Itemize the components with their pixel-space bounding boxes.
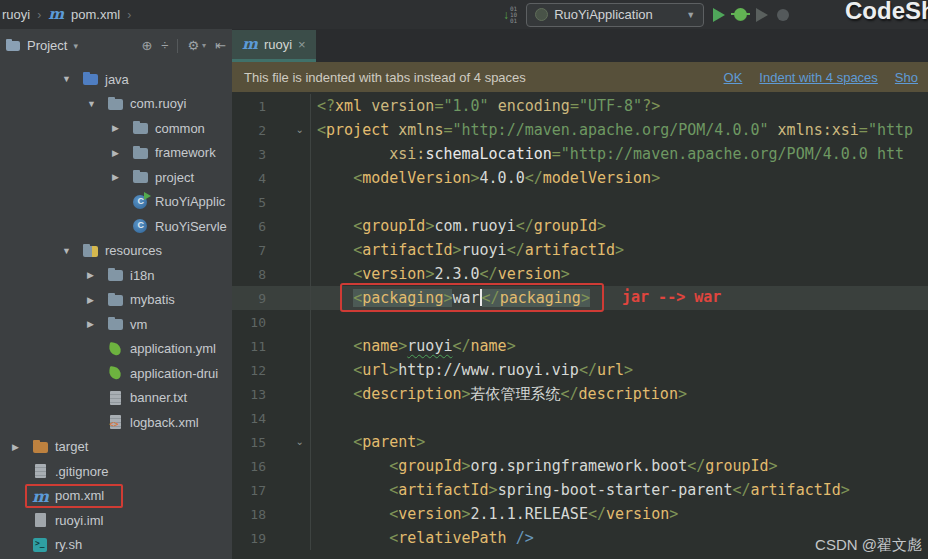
tree-item-pom-xml[interactable]: mpom.xml [0, 484, 232, 509]
line-number[interactable]: 4 [232, 171, 266, 186]
line-number[interactable]: 6 [232, 219, 266, 234]
code-text[interactable]: <relativePath /> [311, 529, 534, 547]
line-number[interactable]: 19 [232, 531, 266, 546]
tree-item-ruoyiapplic[interactable]: RuoYiApplic [0, 190, 232, 215]
expand-arrow-icon[interactable]: ▶ [12, 442, 32, 452]
settings-gear-icon[interactable]: ⚙ [187, 38, 199, 53]
expand-arrow-icon[interactable]: ▼ [62, 74, 82, 84]
code-line-1[interactable]: 1<?xml version="1.0" encoding="UTF-8"?> [232, 94, 928, 118]
code-line-16[interactable]: 16 <groupId>org.springframework.boot</gr… [232, 454, 928, 478]
code-line-9[interactable]: 9 <packaging>war</packaging> [232, 286, 928, 310]
code-line-8[interactable]: 8 <version>2.3.0</version> [232, 262, 928, 286]
tree-item-ruoyiservle[interactable]: RuoYiServle [0, 214, 232, 239]
code-line-18[interactable]: 18 <version>2.1.1.RELEASE</version> [232, 502, 928, 526]
profiler-button[interactable] [777, 9, 789, 21]
fold-icon[interactable]: ⌄ [266, 118, 311, 142]
close-icon[interactable]: × [298, 37, 306, 52]
fold-icon[interactable]: ⌄ [266, 430, 311, 454]
line-number[interactable]: 2 [232, 123, 266, 138]
breadcrumb-project[interactable]: ruoyi [2, 7, 30, 22]
line-number[interactable]: 5 [232, 195, 266, 210]
expand-arrow-icon[interactable]: ▼ [62, 246, 82, 256]
hide-panel-icon[interactable]: ⇤ [215, 38, 226, 53]
code-line-3[interactable]: 3 xsi:schemaLocation="http://maven.apach… [232, 142, 928, 166]
code-line-12[interactable]: 12 <url>http://www.ruoyi.vip</url> [232, 358, 928, 382]
breadcrumb-pom[interactable]: pom.xml [71, 7, 120, 22]
code-text[interactable]: <groupId>org.springframework.boot</group… [311, 457, 778, 475]
code-text[interactable]: <modelVersion>4.0.0</modelVersion> [311, 169, 660, 187]
line-number[interactable]: 10 [232, 315, 266, 330]
run-configuration-select[interactable]: RuoYiApplication ▼ [526, 3, 704, 27]
code-text[interactable]: <packaging>war</packaging> [311, 289, 590, 307]
tree-item-com-ruoyi[interactable]: ▼com.ruoyi [0, 92, 232, 117]
line-number[interactable]: 3 [232, 147, 266, 162]
tree-item-framework[interactable]: ▶framework [0, 141, 232, 166]
code-text[interactable]: <parent> [311, 433, 425, 451]
line-number[interactable]: 1 [232, 99, 266, 114]
tree-item-target[interactable]: ▶target [0, 435, 232, 460]
show-options-link[interactable]: Sho [895, 70, 918, 85]
line-number[interactable]: 11 [232, 339, 266, 354]
code-line-17[interactable]: 17 <artifactId>spring-boot-starter-paren… [232, 478, 928, 502]
tab-ruoyi[interactable]: m ruoyi × [232, 30, 316, 62]
run-button[interactable] [713, 8, 725, 22]
code-text[interactable]: <version>2.3.0</version> [311, 265, 570, 283]
tree-item-mybatis[interactable]: ▶mybatis [0, 288, 232, 313]
line-number[interactable]: 13 [232, 387, 266, 402]
line-number[interactable]: 7 [232, 243, 266, 258]
line-number[interactable]: 8 [232, 267, 266, 282]
code-text[interactable]: <artifactId>ruoyi</artifactId> [311, 241, 624, 259]
code-line-15[interactable]: 15⌄ <parent> [232, 430, 928, 454]
expand-arrow-icon[interactable]: ▶ [112, 172, 132, 182]
expand-arrow-icon[interactable]: ▼ [87, 99, 107, 109]
tree-item-banner-txt[interactable]: banner.txt [0, 386, 232, 411]
tree-item-i18n[interactable]: ▶i18n [0, 263, 232, 288]
locate-icon[interactable]: ⊕ [141, 38, 152, 53]
expand-arrow-icon[interactable]: ▶ [87, 295, 107, 305]
code-line-11[interactable]: 11 <name>ruoyi</name> [232, 334, 928, 358]
tree-item-logback-xml[interactable]: <>logback.xml [0, 410, 232, 435]
line-number[interactable]: 17 [232, 483, 266, 498]
tree-item-java[interactable]: ▼java [0, 67, 232, 92]
expand-arrow-icon[interactable]: ▶ [112, 148, 132, 158]
expand-arrow-icon[interactable]: ▶ [87, 319, 107, 329]
line-number[interactable]: 18 [232, 507, 266, 522]
line-number[interactable]: 9 [232, 291, 266, 306]
code-text[interactable]: <artifactId>spring-boot-starter-parent</… [311, 481, 850, 499]
tree-item--gitignore[interactable]: .gitignore [0, 459, 232, 484]
ok-link[interactable]: OK [724, 70, 743, 85]
code-text[interactable]: <name>ruoyi</name> [311, 337, 516, 355]
line-number[interactable]: 15 [232, 435, 266, 450]
run-coverage-button[interactable] [756, 8, 768, 22]
tree-item-common[interactable]: ▶common [0, 116, 232, 141]
project-panel-title[interactable]: Project [27, 38, 67, 53]
code-area[interactable]: jar --> war 1<?xml version="1.0" encodin… [232, 92, 928, 559]
code-line-7[interactable]: 7 <artifactId>ruoyi</artifactId> [232, 238, 928, 262]
code-line-2[interactable]: 2⌄<project xmlns="http://maven.apache.or… [232, 118, 928, 142]
expand-arrow-icon[interactable]: ▶ [112, 123, 132, 133]
tree-item-application-drui[interactable]: application-drui [0, 361, 232, 386]
code-line-4[interactable]: 4 <modelVersion>4.0.0</modelVersion> [232, 166, 928, 190]
chevron-down-icon[interactable]: ▾ [73, 41, 78, 51]
line-number[interactable]: 16 [232, 459, 266, 474]
code-line-10[interactable]: 10 [232, 310, 928, 334]
code-line-13[interactable]: 13 <description>若依管理系统</description> [232, 382, 928, 406]
tree-item-resources[interactable]: ▼resources [0, 239, 232, 264]
line-number[interactable]: 14 [232, 411, 266, 426]
code-text[interactable]: <project xmlns="http://maven.apache.org/… [311, 121, 913, 139]
code-text[interactable]: <?xml version="1.0" encoding="UTF-8"?> [311, 97, 660, 115]
code-line-6[interactable]: 6 <groupId>com.ruoyi</groupId> [232, 214, 928, 238]
line-number[interactable]: 12 [232, 363, 266, 378]
code-text[interactable]: xsi:schemaLocation="http://maven.apache.… [311, 145, 904, 163]
code-line-5[interactable]: 5 [232, 190, 928, 214]
debug-button[interactable] [734, 8, 747, 21]
code-text[interactable]: <description>若依管理系统</description> [311, 385, 687, 404]
code-text[interactable]: <groupId>com.ruoyi</groupId> [311, 217, 606, 235]
code-text[interactable]: <url>http://www.ruoyi.vip</url> [311, 361, 633, 379]
code-line-14[interactable]: 14 [232, 406, 928, 430]
tree-item-ruoyi-iml[interactable]: ruoyi.iml [0, 508, 232, 533]
tree-item-application-yml[interactable]: application.yml [0, 337, 232, 362]
code-text[interactable]: <version>2.1.1.RELEASE</version> [311, 505, 678, 523]
vcs-update-icon[interactable]: ↓ 01 10 01 [503, 6, 517, 24]
tree-item-project[interactable]: ▶project [0, 165, 232, 190]
